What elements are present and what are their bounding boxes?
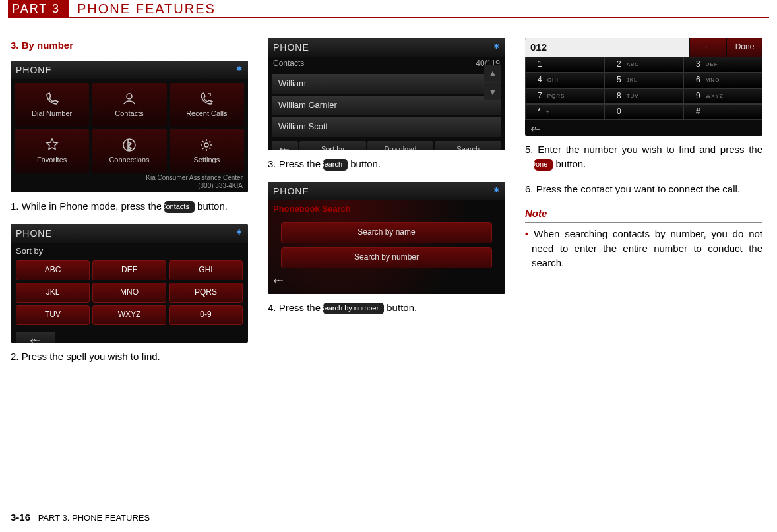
screenshot-contacts-list: PHONE Contacts 40/119 William William Ga… [268, 38, 505, 150]
pbsearch-titlebar: PHONE [268, 182, 505, 200]
back-arrow-icon [530, 125, 542, 133]
sortby-button[interactable]: Sort by [299, 141, 366, 150]
sort-jkl[interactable]: JKL [16, 283, 90, 303]
pbsearch-subtitle: Phonebook Search [268, 200, 505, 218]
search-button[interactable]: Search [435, 141, 501, 150]
part-label: PART 3 [8, 0, 69, 17]
bluetooth-icon [236, 229, 243, 238]
sort-abc[interactable]: ABC [16, 260, 90, 280]
key-8[interactable]: 8TUV [604, 88, 683, 104]
search-by-name-button[interactable]: Search by name [281, 222, 492, 243]
bluetooth-icon [493, 43, 500, 52]
page-number: 3-16 [11, 512, 30, 523]
page-footer: 3-16 PART 3. PHONE FEATURES [11, 512, 150, 523]
key-6[interactable]: 6MNO [683, 73, 762, 88]
sort-wxyz[interactable]: WXYZ [92, 305, 166, 325]
contact-item[interactable]: William Scott [272, 117, 501, 137]
svg-point-0 [127, 94, 132, 99]
key-3[interactable]: 3DEF [683, 57, 762, 73]
key-hash[interactable]: # [683, 104, 762, 120]
search-pill: Search [323, 159, 348, 171]
note-body: • When searching contacts by number, you… [525, 223, 762, 274]
phone-icon [44, 91, 60, 107]
key-7[interactable]: 7PQRS [525, 88, 604, 104]
back-arrow-icon [30, 337, 42, 343]
screenshot-phone-home: PHONE Dial Number Contacts Recent Calls … [11, 61, 248, 192]
part-title: PHONE FEATURES [69, 1, 216, 16]
key-4[interactable]: 4GHI [525, 73, 604, 88]
phone-cell-contacts[interactable]: Contacts [92, 83, 166, 127]
gear-icon [199, 137, 214, 153]
column-3: 012 ← Done 1 2ABC 3DEF 4GHI 5JKL 6MNO 7P… [525, 38, 762, 374]
done-button[interactable]: Done [727, 38, 762, 57]
back-button[interactable] [273, 274, 285, 289]
screenshot-numpad: 012 ← Done 1 2ABC 3DEF 4GHI 5JKL 6MNO 7P… [525, 38, 762, 136]
backspace-button[interactable]: ← [690, 38, 726, 57]
back-arrow-icon [279, 146, 291, 150]
phone-footer-text: Kia Consumer Assistance Center (800) 333… [11, 174, 248, 192]
step-1: 1. While in Phone mode, press the Contac… [20, 199, 248, 214]
key-star[interactable]: *+ [525, 104, 604, 120]
column-2: PHONE Contacts 40/119 William William Ga… [268, 38, 505, 374]
section-heading: 3. By number [11, 38, 248, 53]
back-button[interactable] [272, 141, 298, 150]
sort-ghi[interactable]: GHI [169, 260, 243, 280]
scroll-up-button[interactable]: ▲ [484, 65, 501, 82]
search-by-number-button[interactable]: Search by number [281, 247, 492, 268]
done-pill: Done [534, 159, 553, 171]
sort-mno[interactable]: MNO [92, 283, 166, 303]
sort-def[interactable]: DEF [92, 260, 166, 280]
contact-item[interactable]: William Garnier [272, 96, 501, 116]
bluetooth-icon [493, 187, 500, 196]
page-header: PART 3 PHONE FEATURES [8, 0, 769, 18]
step-6: 6. Press the contact you want to connect… [534, 182, 762, 196]
sortby-subtitle: Sort by [11, 243, 248, 260]
step-2: 2. Press the spell you wish to find. [20, 349, 248, 364]
key-9[interactable]: 9WXYZ [683, 88, 762, 104]
sortby-titlebar: PHONE [11, 224, 248, 243]
footer-text: PART 3. PHONE FEATURES [38, 513, 150, 523]
contacts-icon [121, 91, 137, 107]
note-label: Note [525, 206, 762, 223]
key-1[interactable]: 1 [525, 57, 604, 73]
contact-item[interactable]: William [272, 74, 501, 94]
phone-title: PHONE [16, 63, 52, 76]
phone-cell-settings[interactable]: Settings [170, 129, 244, 173]
keypad: 1 2ABC 3DEF 4GHI 5JKL 6MNO 7PQRS 8TUV 9W… [525, 57, 762, 120]
step-4: 4. Press the Search by number button. [277, 301, 505, 315]
phone-cell-dial[interactable]: Dial Number [15, 83, 89, 127]
bullet-icon: • [525, 228, 534, 239]
column-1: 3. By number PHONE Dial Number Contacts … [11, 38, 248, 374]
contacts-titlebar: PHONE [268, 38, 505, 57]
search-by-number-pill: Search by number [323, 303, 384, 314]
key-5[interactable]: 5JKL [604, 73, 683, 88]
back-button[interactable] [16, 332, 55, 343]
star-icon [44, 137, 60, 153]
phone-cell-favorites[interactable]: Favorites [15, 129, 89, 173]
contacts-pill: Contacts [164, 201, 194, 213]
step-3: 3. Press the Search button. [277, 157, 505, 171]
sort-pqrs[interactable]: PQRS [169, 283, 243, 303]
content-columns: 3. By number PHONE Dial Number Contacts … [0, 18, 777, 374]
svg-point-2 [204, 143, 208, 147]
key-2[interactable]: 2ABC [604, 57, 683, 73]
back-arrow-icon [273, 277, 285, 285]
screenshot-phonebook-search: PHONE Phonebook Search Search by name Se… [268, 182, 505, 294]
recent-icon [199, 91, 214, 107]
phone-cell-recent[interactable]: Recent Calls [170, 83, 244, 127]
sort-09[interactable]: 0-9 [169, 305, 243, 325]
back-button[interactable] [530, 123, 757, 136]
screenshot-sortby: PHONE Sort by ABCDEFGHI JKLMNOPQRS TUVWX… [11, 224, 248, 343]
sort-tuv[interactable]: TUV [16, 305, 90, 325]
step-5: 5. Enter the number you wish to find and… [534, 142, 762, 171]
scroll-down-button[interactable]: ▼ [484, 83, 501, 100]
phone-titlebar: PHONE [11, 61, 248, 79]
bluetooth-icon [236, 65, 243, 74]
contacts-subtitle: Contacts [273, 58, 304, 69]
phone-cell-connections[interactable]: Connections [92, 129, 166, 173]
key-0[interactable]: 0 [604, 104, 683, 120]
number-display: 012 [525, 38, 689, 57]
download-button[interactable]: Download [367, 141, 434, 150]
bluetooth-circle-icon [121, 137, 137, 153]
